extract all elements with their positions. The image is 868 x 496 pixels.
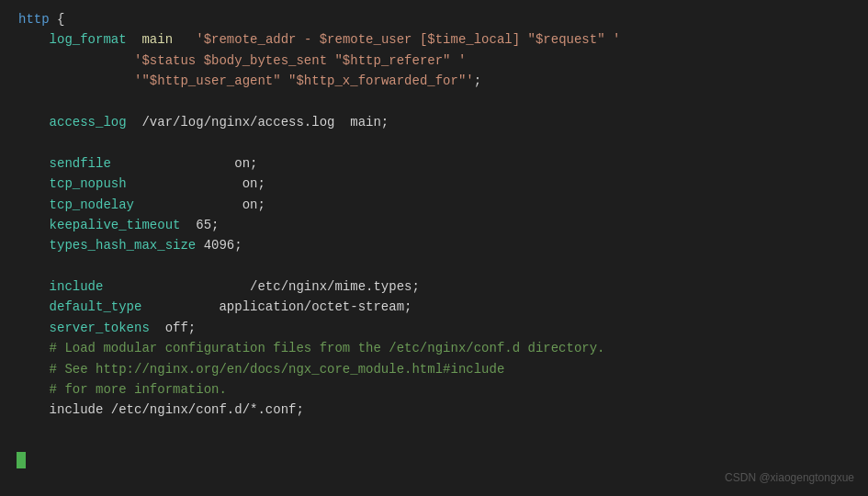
code-line: sendfile on;	[18, 153, 850, 174]
code-line: access_log /var/log/nginx/access.log mai…	[18, 112, 850, 132]
code-line: log_format main '$remote_addr - $remote_…	[18, 29, 850, 50]
code-line: tcp_nopush on;	[18, 174, 850, 194]
code-line: tcp_nodelay on;	[18, 195, 850, 215]
cursor	[17, 452, 26, 468]
code-line: include /etc/nginx/mime.types;	[18, 276, 850, 297]
code-line: default_type application/octet-stream;	[18, 297, 850, 317]
code-line: include /etc/nginx/conf.d/*.conf;	[18, 400, 850, 420]
code-line: # Load modular configuration files from …	[18, 338, 850, 358]
code-line: '$status $body_bytes_sent "$http_referer…	[18, 51, 850, 71]
code-line: types_hash_max_size 4096;	[18, 235, 850, 255]
code-line: # See http://nginx.org/en/docs/ngx_core_…	[18, 359, 850, 379]
code-line	[18, 256, 850, 276]
code-line: keepalive_timeout 65;	[18, 215, 850, 235]
code-line: '"$http_user_agent" "$http_x_forwarded_f…	[18, 71, 850, 91]
code-line: server_tokens off;	[18, 318, 850, 338]
code-line: http {	[18, 9, 850, 29]
code-line	[18, 132, 850, 152]
code-block: http { log_format main '$remote_addr - $…	[18, 9, 850, 421]
code-line	[18, 92, 850, 112]
watermark: CSDN @xiaogengtongxue	[725, 469, 854, 487]
code-line: # for more information.	[18, 379, 850, 400]
code-container: http { log_format main '$remote_addr - $…	[0, 0, 868, 496]
